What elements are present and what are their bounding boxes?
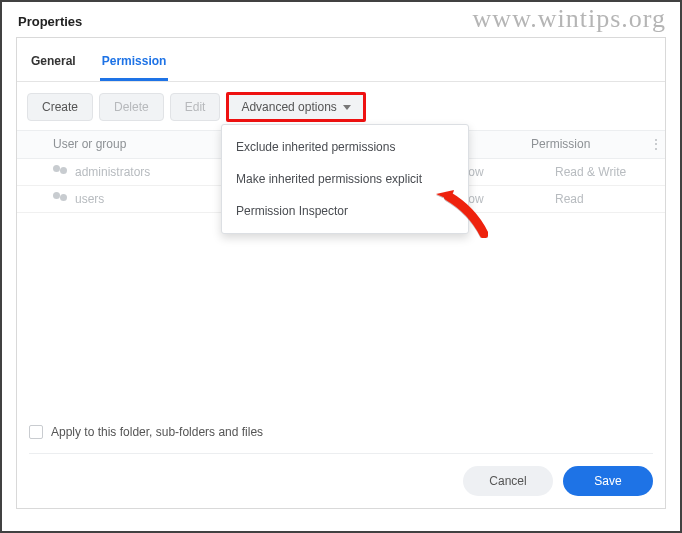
tab-permission[interactable]: Permission bbox=[100, 48, 169, 81]
advanced-options-dropdown: Exclude inherited permissions Make inher… bbox=[221, 124, 469, 234]
tab-bar: General Permission bbox=[17, 38, 665, 82]
row-checkbox[interactable] bbox=[17, 166, 45, 178]
apply-row: Apply to this folder, sub-folders and fi… bbox=[29, 425, 653, 454]
caret-down-icon bbox=[343, 105, 351, 110]
edit-button: Edit bbox=[170, 93, 221, 121]
col-menu[interactable]: ⋮ bbox=[641, 131, 665, 158]
delete-button: Delete bbox=[99, 93, 164, 121]
permissions-table: User or group Type Permission ⋮ administ… bbox=[17, 130, 665, 213]
apply-label: Apply to this folder, sub-folders and fi… bbox=[51, 425, 263, 439]
advanced-options-button[interactable]: Advanced options bbox=[226, 92, 365, 122]
tab-general[interactable]: General bbox=[29, 48, 78, 81]
window-title: Properties bbox=[2, 2, 680, 37]
cell-permission: Read & Write bbox=[547, 159, 665, 185]
user-name: users bbox=[75, 192, 104, 206]
group-icon bbox=[53, 165, 69, 179]
footer-actions: Cancel Save bbox=[29, 454, 653, 496]
dd-permission-inspector[interactable]: Permission Inspector bbox=[222, 195, 468, 227]
row-checkbox[interactable] bbox=[17, 193, 45, 205]
toolbar: Create Delete Edit Advanced options bbox=[17, 82, 665, 130]
dd-make-explicit[interactable]: Make inherited permissions explicit bbox=[222, 163, 468, 195]
vertical-dots-icon: ⋮ bbox=[649, 136, 663, 152]
cancel-button[interactable]: Cancel bbox=[463, 466, 553, 496]
save-button[interactable]: Save bbox=[563, 466, 653, 496]
dd-exclude-inherited[interactable]: Exclude inherited permissions bbox=[222, 131, 468, 163]
footer: Apply to this folder, sub-folders and fi… bbox=[17, 415, 665, 508]
advanced-options-label: Advanced options bbox=[241, 100, 336, 114]
apply-checkbox[interactable] bbox=[29, 425, 43, 439]
create-button[interactable]: Create bbox=[27, 93, 93, 121]
window: www.wintips.org Properties General Permi… bbox=[0, 0, 682, 533]
col-permission[interactable]: Permission bbox=[523, 131, 641, 158]
group-icon bbox=[53, 192, 69, 206]
user-name: administrators bbox=[75, 165, 150, 179]
cell-permission: Read bbox=[547, 186, 665, 212]
col-checkbox bbox=[17, 131, 45, 158]
content-panel: General Permission Create Delete Edit Ad… bbox=[16, 37, 666, 509]
